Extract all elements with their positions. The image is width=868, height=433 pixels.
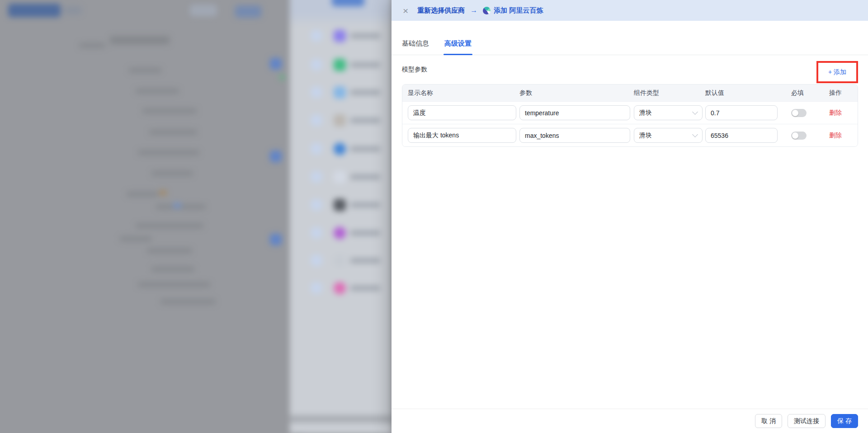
blurred-badge <box>270 234 282 245</box>
annotation-highlight-box: + 添加 <box>816 61 858 83</box>
col-header-display-name: 显示名称 <box>408 89 519 97</box>
delete-row-button[interactable]: 删除 <box>829 109 842 116</box>
param-input[interactable] <box>519 105 630 120</box>
test-connection-button[interactable]: 测试连接 <box>788 414 826 428</box>
blurred-add-button <box>332 0 364 6</box>
save-button[interactable]: 保 存 <box>831 414 858 428</box>
col-header-component-type: 组件类型 <box>634 89 705 97</box>
required-toggle[interactable] <box>791 109 807 117</box>
chevron-down-icon <box>692 109 698 115</box>
add-provider-drawer: × 重新选择供应商 → 添加 阿里云百炼 基础信息 高级设置 模型参数 + 添加… <box>392 0 868 433</box>
background-blur-layer <box>0 0 392 433</box>
blurred-orange-dot <box>159 190 167 195</box>
model-parameters-table: 显示名称 参数 组件类型 默认值 必填 操作 滑块 删除 <box>402 84 858 147</box>
component-type-select[interactable]: 滑块 <box>634 128 703 143</box>
tab-basic-info[interactable]: 基础信息 <box>402 39 429 55</box>
blurred-toolbar-item <box>64 6 82 14</box>
blurred-background <box>0 0 392 433</box>
required-toggle[interactable] <box>791 132 807 140</box>
drawer-header: × 重新选择供应商 → 添加 阿里云百炼 <box>392 0 868 21</box>
tab-advanced-settings[interactable]: 高级设置 <box>444 39 472 55</box>
blurred-green-dot <box>279 75 285 80</box>
drawer-title: 添加 阿里云百炼 <box>494 6 543 15</box>
breadcrumb-back-link[interactable]: 重新选择供应商 <box>417 6 465 15</box>
blurred-blue-control <box>235 5 261 18</box>
blurred-list-panel <box>290 0 392 433</box>
model-params-section-bar: 模型参数 + 添加 <box>402 55 858 84</box>
table-header-row: 显示名称 参数 组件类型 默认值 必填 操作 <box>402 85 858 101</box>
blurred-badge <box>270 151 282 162</box>
arrow-right-icon: → <box>470 6 477 14</box>
display-name-input[interactable] <box>408 128 516 143</box>
provider-logo-icon <box>483 7 491 14</box>
drawer-footer: 取 消 测试连接 保 存 <box>392 409 868 433</box>
param-input[interactable] <box>519 128 630 143</box>
close-icon[interactable]: × <box>403 6 408 15</box>
blurred-blue-dot <box>173 203 181 208</box>
chevron-down-icon <box>692 132 698 137</box>
display-name-input[interactable] <box>408 105 516 120</box>
section-title: 模型参数 <box>402 66 427 74</box>
delete-row-button[interactable]: 删除 <box>829 132 842 139</box>
table-row: 滑块 删除 <box>402 101 858 124</box>
tabs-bar: 基础信息 高级设置 <box>392 21 868 55</box>
default-value-input[interactable] <box>705 105 778 120</box>
cancel-button[interactable]: 取 消 <box>755 414 782 428</box>
blurred-badge <box>270 58 282 70</box>
col-header-action: 操作 <box>829 89 858 97</box>
col-header-param: 参数 <box>519 89 634 97</box>
default-value-input[interactable] <box>705 128 778 143</box>
add-parameter-button[interactable]: + 添加 <box>828 68 846 76</box>
col-header-required: 必填 <box>791 89 829 97</box>
table-row: 滑块 删除 <box>402 124 858 146</box>
blurred-search-box <box>190 5 217 16</box>
blurred-app-logo <box>8 4 61 17</box>
col-header-default-value: 默认值 <box>705 89 791 97</box>
component-type-select[interactable]: 滑块 <box>634 105 703 120</box>
